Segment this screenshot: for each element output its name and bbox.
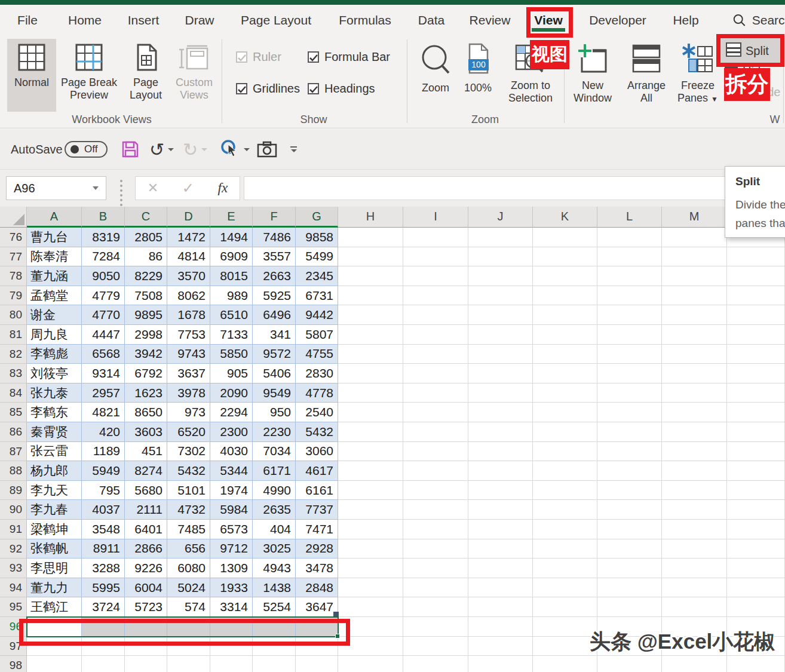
cell-empty[interactable] bbox=[468, 325, 533, 345]
cell-A90[interactable]: 李九春 bbox=[27, 500, 82, 520]
cell-C94[interactable]: 6004 bbox=[125, 578, 167, 598]
cell-G90[interactable]: 7737 bbox=[296, 500, 338, 520]
cell-empty[interactable] bbox=[338, 442, 403, 462]
cell-A93[interactable]: 李思明 bbox=[27, 559, 82, 578]
cell-empty[interactable] bbox=[338, 578, 403, 598]
cell-empty[interactable] bbox=[338, 539, 403, 559]
cell-C89[interactable]: 5680 bbox=[125, 481, 167, 501]
row-header-91[interactable]: 91 bbox=[0, 520, 27, 539]
cell-empty[interactable] bbox=[727, 345, 785, 364]
row-header-98[interactable]: 98 bbox=[0, 656, 27, 672]
cell-A82[interactable]: 李鹤彪 bbox=[27, 345, 82, 364]
cell-empty[interactable] bbox=[468, 442, 533, 462]
cell-E81[interactable]: 7133 bbox=[210, 325, 253, 345]
cell-E95[interactable]: 3314 bbox=[210, 597, 253, 617]
cell-empty[interactable] bbox=[533, 442, 597, 462]
cell-empty[interactable] bbox=[338, 325, 403, 345]
cell-empty[interactable] bbox=[727, 481, 785, 501]
row-header-76[interactable]: 76 bbox=[0, 228, 27, 247]
cell-empty[interactable] bbox=[338, 345, 403, 364]
cell-F91[interactable]: 404 bbox=[253, 520, 296, 539]
cell-empty[interactable] bbox=[662, 345, 727, 364]
cell-D95[interactable]: 574 bbox=[167, 597, 210, 617]
cell-empty[interactable] bbox=[727, 656, 785, 672]
select-all-corner[interactable] bbox=[0, 207, 27, 228]
cell-empty[interactable] bbox=[338, 403, 403, 422]
tab-help[interactable]: Help bbox=[673, 5, 698, 36]
cell-empty[interactable] bbox=[403, 656, 468, 672]
cell-G88[interactable]: 4617 bbox=[296, 461, 338, 481]
cell-B79[interactable]: 4779 bbox=[82, 286, 125, 306]
cell-D79[interactable]: 8062 bbox=[167, 286, 210, 306]
cell-empty[interactable] bbox=[338, 656, 403, 672]
row-header-80[interactable]: 80 bbox=[0, 305, 27, 325]
cell-B81[interactable]: 4447 bbox=[82, 325, 125, 345]
cell-D90[interactable]: 4732 bbox=[167, 500, 210, 520]
column-header-E[interactable]: E bbox=[210, 207, 253, 228]
redo-dropdown-arrow[interactable] bbox=[201, 148, 207, 151]
cell-D93[interactable]: 6080 bbox=[167, 559, 210, 578]
cell-empty[interactable] bbox=[727, 539, 785, 559]
cell-D86[interactable]: 6520 bbox=[167, 422, 210, 442]
undo-button[interactable]: ↺ bbox=[149, 129, 174, 170]
tab-draw[interactable]: Draw bbox=[185, 5, 214, 36]
cell-empty[interactable] bbox=[533, 247, 597, 267]
cell-empty[interactable] bbox=[82, 656, 125, 672]
tab-formulas[interactable]: Formulas bbox=[339, 5, 391, 36]
cell-B77[interactable]: 7284 bbox=[82, 247, 125, 267]
cell-C92[interactable]: 2866 bbox=[125, 539, 167, 559]
cell-G86[interactable]: 5432 bbox=[296, 422, 338, 442]
cell-B85[interactable]: 4821 bbox=[82, 403, 125, 422]
name-box[interactable]: A96 bbox=[6, 176, 106, 200]
cell-empty[interactable] bbox=[253, 656, 296, 672]
cell-empty[interactable] bbox=[403, 578, 468, 598]
cell-empty[interactable] bbox=[597, 656, 662, 672]
column-header-I[interactable]: I bbox=[403, 207, 468, 228]
cell-G81[interactable]: 5807 bbox=[296, 325, 338, 345]
cell-empty[interactable] bbox=[403, 461, 468, 481]
cell-D81[interactable]: 7753 bbox=[167, 325, 210, 345]
cell-C78[interactable]: 8229 bbox=[125, 266, 167, 286]
cell-empty[interactable] bbox=[338, 520, 403, 539]
cell-G82[interactable]: 4755 bbox=[296, 345, 338, 364]
cell-A88[interactable]: 杨九郎 bbox=[27, 461, 82, 481]
cell-empty[interactable] bbox=[403, 559, 468, 578]
cell-empty[interactable] bbox=[727, 325, 785, 345]
cell-D78[interactable]: 3570 bbox=[167, 266, 210, 286]
cell-E84[interactable]: 2090 bbox=[210, 383, 253, 403]
cell-D77[interactable]: 4814 bbox=[167, 247, 210, 267]
cell-C77[interactable]: 86 bbox=[125, 247, 167, 267]
cell-E93[interactable]: 1309 bbox=[210, 559, 253, 578]
cell-E90[interactable]: 5984 bbox=[210, 500, 253, 520]
cell-empty[interactable] bbox=[533, 578, 597, 598]
cell-B78[interactable]: 9050 bbox=[82, 266, 125, 286]
cell-empty[interactable] bbox=[468, 520, 533, 539]
cell-empty[interactable] bbox=[403, 228, 468, 247]
cell-empty[interactable] bbox=[662, 520, 727, 539]
cell-empty[interactable] bbox=[662, 656, 727, 672]
formula-bar-checkbox[interactable]: Formula Bar bbox=[308, 50, 390, 64]
tab-review[interactable]: Review bbox=[470, 5, 511, 36]
cell-empty[interactable] bbox=[468, 305, 533, 325]
tab-insert[interactable]: Insert bbox=[128, 5, 160, 36]
row-header-90[interactable]: 90 bbox=[0, 500, 27, 520]
row-header-95[interactable]: 95 bbox=[0, 597, 27, 617]
cell-empty[interactable] bbox=[727, 597, 785, 617]
cell-C79[interactable]: 7508 bbox=[125, 286, 167, 306]
cell-empty[interactable] bbox=[468, 383, 533, 403]
redo-button[interactable]: ↻ bbox=[183, 129, 207, 170]
cell-E78[interactable]: 8015 bbox=[210, 266, 253, 286]
cell-empty[interactable] bbox=[468, 228, 533, 247]
cell-D84[interactable]: 3978 bbox=[167, 383, 210, 403]
cell-empty[interactable] bbox=[727, 364, 785, 383]
new-window-button[interactable]: New Window bbox=[569, 41, 617, 112]
column-header-M[interactable]: M bbox=[662, 207, 727, 228]
cell-F83[interactable]: 5406 bbox=[253, 364, 296, 383]
cell-A95[interactable]: 王鹤江 bbox=[27, 597, 82, 617]
cell-empty[interactable] bbox=[662, 539, 727, 559]
cell-empty[interactable] bbox=[468, 637, 533, 656]
cell-E86[interactable]: 2300 bbox=[210, 422, 253, 442]
undo-dropdown-arrow[interactable] bbox=[168, 148, 174, 151]
cell-empty[interactable] bbox=[338, 481, 403, 501]
cell-empty[interactable] bbox=[662, 286, 727, 306]
